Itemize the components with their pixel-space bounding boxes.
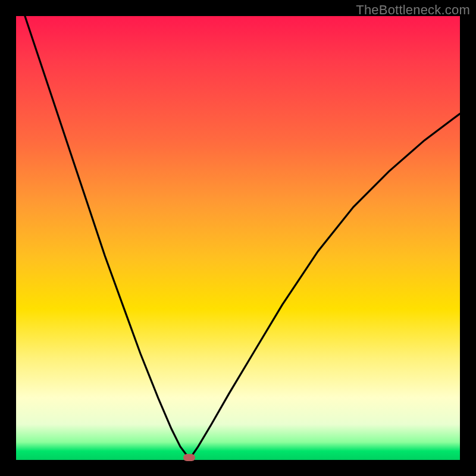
bottleneck-curve (16, 16, 460, 460)
chart-frame: TheBottleneck.com (0, 0, 476, 476)
plot-area (16, 16, 460, 460)
optimal-point-marker (183, 454, 195, 461)
